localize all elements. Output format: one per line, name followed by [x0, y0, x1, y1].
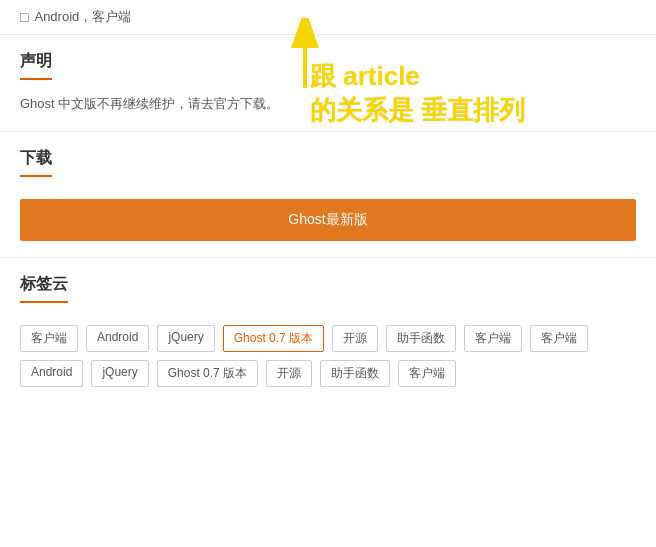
top-bar: □ Android，客户端: [0, 0, 656, 35]
tag-item[interactable]: 助手函数: [320, 360, 390, 387]
tag-item[interactable]: 客户端: [398, 360, 456, 387]
tag-item[interactable]: 开源: [266, 360, 312, 387]
tag-item[interactable]: 客户端: [530, 325, 588, 352]
tags-title: 标签云: [20, 274, 68, 303]
tag-item[interactable]: Android: [86, 325, 149, 352]
declaration-content: Ghost 中文版不再继续维护，请去官方下载。: [20, 92, 636, 115]
tag-item[interactable]: Ghost 0.7 版本: [223, 325, 324, 352]
tag-item[interactable]: 开源: [332, 325, 378, 352]
tag-item[interactable]: jQuery: [91, 360, 148, 387]
download-button[interactable]: Ghost最新版: [20, 199, 636, 241]
tag-cloud: 客户端AndroidjQueryGhost 0.7 版本开源助手函数客户端客户端…: [20, 325, 636, 387]
page-wrapper: □ Android，客户端 跟 article 的关系是 垂直排列 声明 Gho…: [0, 0, 656, 547]
tag-item[interactable]: 助手函数: [386, 325, 456, 352]
download-section: 下载 Ghost最新版: [0, 132, 656, 258]
tag-item[interactable]: jQuery: [157, 325, 214, 352]
declaration-section: 声明 Ghost 中文版不再继续维护，请去官方下载。: [0, 35, 656, 132]
tag-item[interactable]: 客户端: [20, 325, 78, 352]
top-bar-label: Android，客户端: [34, 8, 131, 26]
tags-section: 标签云 客户端AndroidjQueryGhost 0.7 版本开源助手函数客户…: [0, 258, 656, 407]
download-title: 下载: [20, 148, 52, 177]
tag-item[interactable]: Ghost 0.7 版本: [157, 360, 258, 387]
tag-item[interactable]: Android: [20, 360, 83, 387]
tag-item[interactable]: 客户端: [464, 325, 522, 352]
declaration-title: 声明: [20, 51, 52, 80]
page-icon: □: [20, 9, 28, 25]
